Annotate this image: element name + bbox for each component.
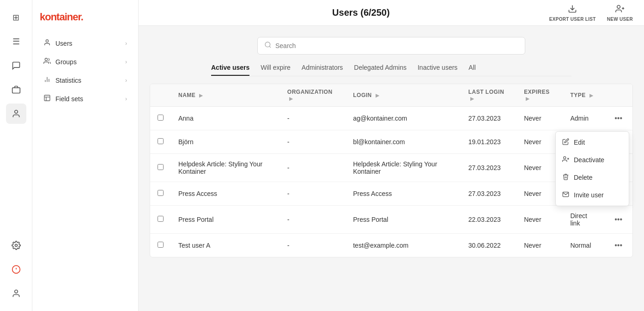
statistics-expand-icon: ›: [125, 77, 127, 84]
sidebar-item-users[interactable]: Users ›: [36, 34, 134, 53]
row-1-actions-button[interactable]: •••: [612, 113, 625, 123]
invite-icon: [562, 191, 569, 199]
table-row: Test user A - test@example.com 30.06.202…: [150, 234, 632, 257]
row-3-checkbox[interactable]: [158, 164, 164, 170]
row-6-name: Test user A: [171, 234, 280, 257]
table-row: Press Portal - Press Portal 22.03.2023 N…: [150, 206, 632, 234]
last-login-column-header[interactable]: LAST LOGIN ▶: [461, 84, 517, 107]
delete-label: Delete: [574, 174, 592, 181]
page-title: Users (6/250): [332, 7, 390, 18]
expires-column-header[interactable]: EXPIRES ▶: [516, 84, 563, 107]
svg-point-19: [265, 42, 270, 47]
table-row: Anna - ag@kontainer.com 27.03.2023 Never…: [150, 107, 632, 130]
svg-point-2: [15, 244, 17, 247]
svg-point-6: [14, 290, 18, 293]
row-5-org: -: [280, 206, 346, 234]
grid-nav-icon[interactable]: ⊞: [6, 7, 26, 28]
row-5-type: Direct link: [563, 206, 604, 234]
row-3-name: Helpdesk Article: Styling Your Kontainer: [171, 154, 280, 182]
organization-column-header[interactable]: ORGANIZATION ▶: [280, 84, 346, 107]
row-2-checkbox[interactable]: [158, 138, 164, 144]
row-5-checkbox[interactable]: [158, 216, 164, 222]
context-menu-invite-user[interactable]: Invite user: [556, 186, 629, 204]
sidebar-groups-label: Groups: [55, 58, 121, 66]
org-sort-icon: ▶: [289, 96, 293, 101]
sidebar-item-groups[interactable]: Groups ›: [36, 53, 134, 71]
row-2-name: Björn: [171, 130, 280, 154]
help-nav-icon[interactable]: [6, 259, 26, 280]
row-4-login: Press Access: [346, 182, 461, 206]
row-6-login: test@example.com: [346, 234, 461, 257]
context-menu-delete[interactable]: Delete: [556, 169, 629, 186]
sidebar-item-statistics[interactable]: Statistics ›: [36, 71, 134, 90]
context-menu-edit[interactable]: Edit: [556, 134, 629, 151]
row-6-actions-button[interactable]: •••: [612, 240, 625, 250]
row-3-last-login: 27.03.2023: [461, 154, 517, 182]
row-1-last-login: 27.03.2023: [461, 107, 517, 130]
context-menu: Edit Deactivate Delete Invite user: [555, 131, 629, 206]
chat-nav-icon[interactable]: [6, 55, 26, 76]
svg-point-16: [617, 5, 620, 8]
new-user-button[interactable]: NEW USER: [607, 4, 633, 22]
user-account-icon[interactable]: [6, 283, 26, 304]
svg-point-7: [46, 40, 48, 42]
person-nav-icon[interactable]: [6, 104, 26, 124]
row-1-checkbox[interactable]: [158, 115, 164, 121]
row-1-login: ag@kontainer.com: [346, 107, 461, 130]
tab-inactive-users[interactable]: Inactive users: [418, 64, 457, 76]
new-user-label: NEW USER: [607, 17, 633, 22]
content-area: Active users Will expire Administrators …: [139, 26, 644, 311]
edit-label: Edit: [574, 139, 585, 146]
briefcase-nav-icon[interactable]: [6, 79, 26, 100]
row-4-last-login: 27.03.2023: [461, 182, 517, 206]
field-sets-expand-icon: ›: [125, 96, 127, 102]
sidebar-users-label: Users: [55, 40, 121, 47]
row-4-org: -: [280, 182, 346, 206]
search-input[interactable]: [275, 42, 518, 49]
new-user-icon: [615, 4, 625, 16]
name-column-header[interactable]: NAME ▶: [171, 84, 280, 107]
sidebar-item-field-sets[interactable]: Field sets ›: [36, 90, 134, 108]
login-column-header[interactable]: LOGIN ▶: [346, 84, 461, 107]
tab-all[interactable]: All: [468, 64, 476, 76]
list-nav-icon[interactable]: ☰: [6, 31, 26, 52]
svg-line-20: [269, 46, 271, 48]
row-5-last-login: 22.03.2023: [461, 206, 517, 234]
row-2-last-login: 19.01.2023: [461, 130, 517, 154]
export-label: EXPORT USER LIST: [549, 17, 596, 22]
row-1-org: -: [280, 107, 346, 130]
sidebar: kontainer. Users › Groups › Statistics ›…: [32, 0, 139, 311]
svg-rect-0: [12, 88, 20, 93]
row-1-name: Anna: [171, 107, 280, 130]
row-5-actions-button[interactable]: •••: [612, 214, 625, 225]
header-actions: EXPORT USER LIST NEW USER: [549, 4, 633, 22]
row-6-checkbox[interactable]: [158, 242, 164, 248]
sidebar-field-sets-label: Field sets: [55, 95, 121, 103]
row-6-expires: Never: [516, 234, 563, 257]
search-icon: [264, 41, 272, 50]
tab-active-users[interactable]: Active users: [211, 64, 249, 76]
tab-administrators[interactable]: Administrators: [302, 64, 343, 76]
last-login-sort-icon: ▶: [470, 96, 474, 101]
deactivate-label: Deactivate: [574, 156, 604, 164]
settings-nav-icon[interactable]: [6, 235, 26, 256]
row-1-type: Admin: [563, 107, 604, 130]
context-menu-deactivate[interactable]: Deactivate: [556, 151, 629, 169]
main-content: Users (6/250) EXPORT USER LIST NEW USER: [139, 0, 644, 311]
expires-sort-icon: ▶: [526, 96, 530, 101]
type-column-header[interactable]: TYPE ▶: [563, 84, 604, 107]
actions-column-header: [604, 84, 632, 107]
svg-rect-12: [44, 95, 50, 101]
tab-delegated-admins[interactable]: Delegated Admins: [354, 64, 407, 76]
row-3-login: Helpdesk Article: Styling Your Kontainer: [346, 154, 461, 182]
row-4-checkbox[interactable]: [158, 190, 164, 196]
invite-user-label: Invite user: [574, 191, 604, 199]
export-user-list-button[interactable]: EXPORT USER LIST: [549, 4, 596, 22]
row-5-login: Press Portal: [346, 206, 461, 234]
row-5-expires: Never: [516, 206, 563, 234]
tab-will-expire[interactable]: Will expire: [261, 64, 291, 76]
row-3-org: -: [280, 154, 346, 182]
row-2-login: bl@kontainer.com: [346, 130, 461, 154]
page-header: Users (6/250) EXPORT USER LIST NEW USER: [139, 0, 644, 26]
export-icon: [568, 4, 577, 16]
